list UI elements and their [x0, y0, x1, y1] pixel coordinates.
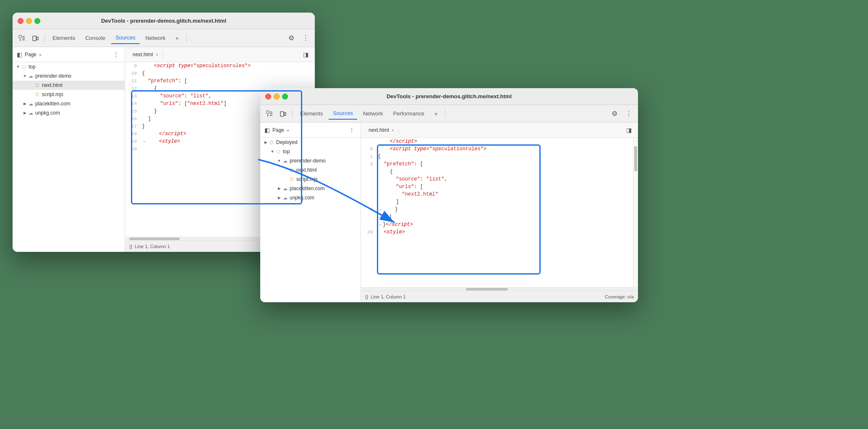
panel-left-icon-2[interactable]: ◧: [264, 127, 270, 133]
tree-item-scriptmjs-2[interactable]: ▶ 🗋 script.mjs: [260, 175, 361, 184]
panel-left-icon-1[interactable]: ◧: [17, 51, 22, 58]
code-tab-close-2[interactable]: ×: [392, 128, 394, 133]
tree-item-nexthtml-1[interactable]: ▶ 🗋 next.html: [13, 81, 125, 90]
device-icon-2[interactable]: [277, 108, 289, 120]
tree-item-placekitten-1[interactable]: ▶ ☁ placekitten.com: [13, 99, 125, 108]
gear-icon-2[interactable]: ⚙: [609, 108, 620, 120]
triangle-top-1: ▼: [16, 65, 20, 69]
triangle-prerender-1: ▼: [23, 74, 27, 78]
sidebar-dots-2[interactable]: ⋮: [347, 127, 356, 133]
code-line-10b-2: – ]: [361, 213, 638, 221]
inspect-icon[interactable]: [16, 32, 28, 44]
panel-right-icon-1[interactable]: ◨: [300, 49, 311, 60]
scrollbar-v-thumb-2[interactable]: [634, 146, 637, 171]
tree-item-prerender-2[interactable]: ▼ ☁ prerender-demo: [260, 156, 361, 165]
scrollbar-thumb-2[interactable]: [466, 288, 508, 290]
line-num-3-2: 3: [361, 160, 378, 168]
sidebar-chevron-1[interactable]: »: [39, 52, 42, 57]
minimize-button-2[interactable]: [274, 94, 280, 99]
code-panel-icons-2: ◨: [623, 124, 635, 136]
code-panel-2: next.html × ◨ </script> 9 <script type="…: [361, 123, 638, 302]
tab-sources-2[interactable]: Sources: [329, 107, 357, 120]
line-num-9-1: 9: [125, 62, 142, 70]
more-icon-1[interactable]: ⋮: [300, 32, 311, 44]
code-area-2[interactable]: </script> 9 <script type="speculationrul…: [361, 138, 638, 287]
svg-rect-0: [19, 35, 21, 38]
minimize-button-1[interactable]: [26, 18, 32, 24]
svg-rect-1: [33, 36, 36, 41]
tree-label-top-2: top: [283, 149, 290, 154]
tab-more-2[interactable]: »: [430, 108, 442, 119]
tab-elements-2[interactable]: Elements: [296, 108, 327, 119]
traffic-lights-2[interactable]: [265, 94, 288, 99]
code-line-3-2: 3 "prefetch": [: [361, 160, 638, 168]
close-button-1[interactable]: [18, 18, 24, 24]
tree-item-unpkg-1[interactable]: ▶ ☁ unpkg.com: [13, 108, 125, 118]
tab-performance-2[interactable]: Performance: [389, 108, 429, 119]
scrollbar-thumb-h-1[interactable]: [129, 238, 180, 240]
more-icon-2[interactable]: ⋮: [623, 108, 635, 120]
tree-item-unpkg-2[interactable]: ▶ ☁ unpkg.com: [260, 193, 361, 202]
sidebar-1: ◧ Page » ⋮ ▼ □ top ▼ ☁ prerender-demo: [13, 47, 125, 252]
line-content-5-2: "source": "list",: [378, 175, 638, 183]
tree-item-top-1[interactable]: ▼ □ top: [13, 62, 125, 71]
tab-more-1[interactable]: »: [171, 32, 183, 44]
tree-item-deployed-2[interactable]: ▶ ⬡ Deployed: [260, 138, 361, 147]
code-line-9-2: 9 <script type="speculationrules">: [361, 145, 638, 153]
cloud-icon-pk-2: ☁: [282, 186, 288, 191]
line-content-20b-2: <style>: [378, 228, 638, 236]
tab-network-1[interactable]: Network: [141, 32, 170, 44]
line-content-1-2: {: [378, 153, 638, 160]
maximize-button-2[interactable]: [282, 94, 288, 99]
line-num-9b-2: 6: [361, 206, 378, 213]
svg-rect-4: [267, 111, 269, 113]
cloud-icon-unpkg-1: ☁: [28, 110, 34, 116]
code-tab-label-1: next.html: [133, 52, 153, 58]
code-tab-nexthtml-1[interactable]: next.html ×: [128, 50, 163, 59]
panel-right-icon-2[interactable]: ◨: [623, 124, 635, 136]
tab-network-2[interactable]: Network: [359, 108, 387, 119]
sidebar-tree-1: ▼ □ top ▼ ☁ prerender-demo ▶ 🗋 next.html: [13, 62, 125, 252]
code-line-4-2: {: [361, 168, 638, 175]
maximize-button-1[interactable]: [34, 18, 40, 24]
status-position-1: Line 1, Column 1: [135, 244, 170, 249]
tree-label-deployed-2: Deployed: [276, 139, 298, 145]
separator-2: [186, 34, 187, 42]
tab-elements-1[interactable]: Elements: [48, 32, 79, 44]
minus-11b-2: –: [378, 221, 383, 228]
device-icon[interactable]: [29, 32, 41, 44]
scrollbar-h-2-right[interactable]: [462, 287, 638, 290]
tab-console-1[interactable]: Console: [81, 32, 110, 44]
code-tab-close-1[interactable]: ×: [156, 52, 158, 57]
close-button-2[interactable]: [265, 94, 271, 99]
line-content-9-1: <script type="speculationrules">: [142, 62, 315, 70]
scrollbar-v-2[interactable]: [633, 138, 638, 287]
sidebar-dots-1[interactable]: ⋮: [111, 51, 120, 58]
tree-item-nexthtml-2[interactable]: ▶ 🗋 next.html: [260, 165, 361, 175]
gear-icon-1[interactable]: ⚙: [285, 32, 297, 44]
scrollbar-container-2: [361, 287, 638, 290]
tree-label-nexthtml-2: next.html: [296, 167, 317, 173]
cloud-icon-prerender-1: ☁: [28, 73, 34, 79]
tree-label-pk-2: placekitten.com: [290, 186, 324, 191]
devtools-window-2: DevTools - prerender-demos.glitch.me/nex…: [260, 88, 638, 302]
code-line-5-2: "source": "list",: [361, 175, 638, 183]
tree-label-prerender-2: prerender-demo: [290, 158, 326, 164]
tree-item-scriptmjs-1[interactable]: ▶ 🗋 script.mjs: [13, 90, 125, 99]
tab-sources-1[interactable]: Sources: [111, 32, 140, 44]
code-tab-nexthtml-2[interactable]: next.html ×: [364, 126, 399, 135]
cube-icon-2: ⬡: [269, 139, 275, 145]
code-line-pre-2: </script>: [361, 138, 638, 145]
line-num-18-1: 18: [125, 130, 142, 138]
sidebar-chevron-2[interactable]: »: [287, 128, 289, 133]
sidebar-page-label-2: Page: [272, 127, 284, 133]
file-icon-next-2: 🗋: [289, 167, 295, 173]
tree-item-placekitten-2[interactable]: ▶ ☁ placekitten.com: [260, 184, 361, 193]
inspect-icon-2[interactable]: [264, 108, 275, 120]
tree-item-top-2[interactable]: ▼ □ top: [260, 147, 361, 156]
traffic-lights-1[interactable]: [18, 18, 40, 24]
status-coverage-2: Coverage: n/a: [605, 294, 634, 299]
code-panel-icons-1: ◨: [300, 49, 311, 60]
tree-item-prerender-1[interactable]: ▼ ☁ prerender-demo: [13, 71, 125, 81]
minus-10b-2: –: [378, 213, 383, 221]
